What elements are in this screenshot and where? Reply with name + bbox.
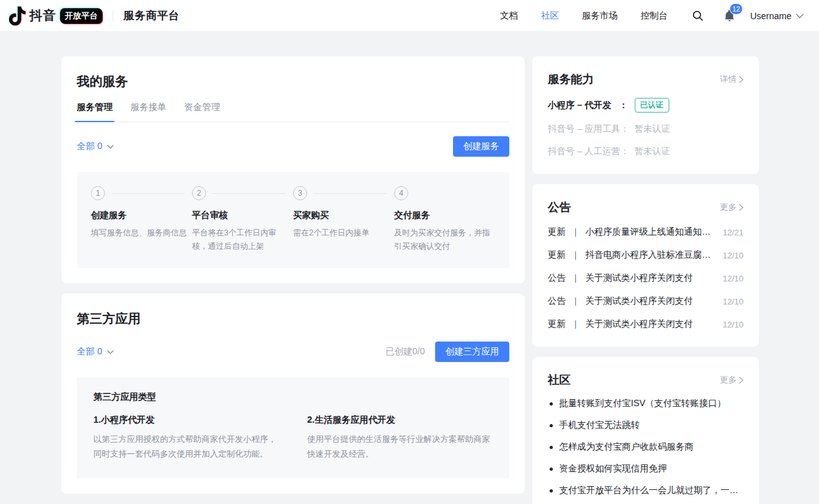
announcement-tag: 公告	[548, 272, 566, 284]
step-number: 4	[394, 186, 408, 200]
tab-funds-management[interactable]: 资金管理	[184, 102, 220, 122]
announcement-date: 12/10	[722, 320, 743, 329]
open-platform-badge: 开放平台	[60, 8, 102, 24]
nav-links: 文档 社区 服务市场 控制台	[500, 10, 667, 22]
chevron-down-icon	[107, 350, 114, 354]
details-label: 详情	[720, 74, 736, 85]
capability-row-app-tool: 抖音号 – 应用工具： 暂未认证	[548, 123, 743, 135]
announcement-date: 12/10	[722, 251, 743, 260]
step-title: 创建服务	[91, 210, 192, 221]
username-label: Username	[750, 11, 791, 21]
announcements-more-link[interactable]: 更多	[720, 201, 743, 213]
create-service-button[interactable]: 创建服务	[453, 136, 509, 157]
community-post-title: 支付宝开放平台为什么一会儿就过期了，一天要...	[559, 485, 743, 496]
community-more-link[interactable]: 更多	[720, 374, 743, 386]
step-deliver-service: 4 交付服务 及时为买家交付服务，并指引买家确认交付	[394, 186, 495, 253]
capability-colon: ：	[619, 100, 628, 111]
capability-status: 暂未认证	[635, 146, 671, 157]
announcement-tag: 更新	[548, 249, 566, 261]
step-title: 交付服务	[394, 210, 495, 221]
app-type-name: 1.小程序代开发	[93, 414, 279, 426]
step-title: 买家购买	[293, 210, 394, 221]
announcement-separator: ｜	[571, 226, 580, 238]
app-type-description: 使用平台提供的生活服务等行业解决方案帮助商家快速开发及经营。	[307, 432, 493, 462]
third-party-title: 第三方应用	[77, 310, 509, 327]
app-types-box: 第三方应用类型 1.小程序代开发 以第三方应用授权的方式帮助商家代开发小程序，同…	[77, 377, 509, 478]
community-post-item[interactable]: 支付宝开放平台为什么一会儿就过期了，一天要...	[548, 485, 743, 496]
douyin-note-icon	[9, 6, 26, 26]
brand-name: 抖音	[29, 7, 56, 24]
bullet-icon	[550, 489, 553, 492]
capability-title: 服务能力	[548, 72, 594, 87]
capability-details-link[interactable]: 详情	[720, 74, 743, 85]
community-post-title: 手机支付宝无法跳转	[559, 420, 640, 431]
capability-label: 抖音号 – 人工运营：	[548, 146, 630, 157]
step-connector	[111, 193, 184, 194]
service-capability-card: 服务能力 详情 小程序 – 代开发 ： 已认证 抖音号 – 应用工具： 暂未认证…	[532, 56, 759, 174]
announcement-title: 抖音电商小程序入驻标准豆腐即可...	[585, 249, 715, 261]
app-type-miniprogram: 1.小程序代开发 以第三方应用授权的方式帮助商家代开发小程序，同时支持一套代码多…	[93, 414, 279, 462]
community-post-title: 批量转账到支付宝ISV（支付宝转账接口）	[559, 398, 726, 409]
step-description: 平台将在3个工作日内审核，通过后自动上架	[192, 226, 293, 253]
capability-label: 小程序 – 代开发	[548, 100, 612, 111]
nav-item-console[interactable]: 控制台	[640, 10, 667, 22]
apps-filter-dropdown[interactable]: 全部 0	[77, 346, 114, 358]
my-services-title: 我的服务	[77, 73, 509, 90]
capability-row-manual-ops: 抖音号 – 人工运营： 暂未认证	[548, 146, 743, 157]
services-filter-dropdown[interactable]: 全部 0	[77, 141, 114, 152]
bullet-icon	[550, 446, 553, 449]
third-party-apps-card: 第三方应用 全部 0 已创建0/0 创建三方应用 第三方应用类型 1.小程序代开…	[61, 294, 525, 494]
community-post-item[interactable]: 手机支付宝无法跳转	[548, 420, 743, 431]
search-icon[interactable]	[692, 10, 704, 22]
create-third-party-app-button[interactable]: 创建三方应用	[435, 342, 509, 362]
community-post-title: 资金授权如何实现信用免押	[559, 463, 667, 475]
page-title: 服务商平台	[123, 8, 180, 23]
my-services-card: 我的服务 服务管理 服务接单 资金管理 全部 0 创建服务 1	[61, 56, 525, 283]
more-label: 更多	[720, 201, 736, 213]
announcement-item[interactable]: 更新 ｜ 小程序质量评级上线通知通知通知... 12/21	[548, 226, 743, 238]
chevron-right-icon	[739, 204, 743, 211]
service-steps: 1 创建服务 填写服务信息、服务商信息 2 平台审核 平台将在3个工作日内审核，…	[77, 172, 509, 268]
brand-divider	[113, 10, 113, 22]
tab-service-orders[interactable]: 服务接单	[131, 102, 166, 122]
notifications-bell-icon[interactable]: 12	[723, 9, 736, 22]
more-label: 更多	[720, 374, 736, 386]
community-card: 社区 更多 批量转账到支付宝ISV（支付宝转账接口） 手机支付宝无法跳转 怎样成…	[532, 357, 759, 504]
announcement-title: 关于测试类小程序关闭支付	[585, 319, 715, 330]
step-description: 及时为买家交付服务，并指引买家确认交付	[394, 226, 495, 253]
announcement-tag: 更新	[548, 226, 566, 238]
announcement-item[interactable]: 公告 ｜ 关于测试类小程序关闭支付 12/10	[548, 272, 743, 284]
capability-label: 抖音号 – 应用工具：	[548, 123, 630, 135]
announcement-item[interactable]: 公告 ｜ 关于测试类小程序关闭支付 12/10	[548, 295, 743, 307]
community-post-item[interactable]: 批量转账到支付宝ISV（支付宝转账接口）	[548, 398, 743, 409]
announcement-title: 关于测试类小程序关闭支付	[585, 295, 715, 307]
announcement-separator: ｜	[571, 249, 580, 261]
nav-item-service-market[interactable]: 服务市场	[582, 10, 617, 22]
user-menu[interactable]: Username	[750, 11, 804, 21]
capability-row-certified: 小程序 – 代开发 ： 已认证	[548, 98, 743, 113]
community-title: 社区	[548, 372, 571, 388]
step-number: 1	[91, 186, 105, 200]
tab-service-management[interactable]: 服务管理	[77, 102, 113, 122]
nav-item-docs[interactable]: 文档	[500, 10, 518, 22]
my-services-tabs: 服务管理 服务接单 资金管理	[77, 102, 509, 122]
announcement-title: 关于测试类小程序关闭支付	[585, 272, 715, 284]
announcements-title: 公告	[548, 200, 571, 215]
announcement-tag: 更新	[548, 319, 566, 330]
chevron-down-icon	[107, 145, 114, 149]
announcement-separator: ｜	[571, 295, 580, 307]
step-create-service: 1 创建服务 填写服务信息、服务商信息	[91, 186, 192, 253]
announcement-item[interactable]: 更新 ｜ 关于测试类小程序关闭支付 12/10	[548, 319, 743, 330]
community-post-title: 怎样成为支付宝商户收款码服务商	[559, 441, 694, 453]
announcement-tag: 公告	[548, 295, 566, 307]
step-number: 3	[293, 186, 307, 200]
created-apps-count: 已创建0/0	[386, 346, 425, 358]
community-post-item[interactable]: 怎样成为支付宝商户收款码服务商	[548, 441, 743, 453]
community-post-item[interactable]: 资金授权如何实现信用免押	[548, 463, 743, 475]
announcement-item[interactable]: 更新 ｜ 抖音电商小程序入驻标准豆腐即可... 12/10	[548, 249, 743, 261]
brand-logo[interactable]: 抖音 开放平台	[9, 6, 102, 26]
announcement-date: 12/10	[722, 297, 743, 306]
step-title: 平台审核	[192, 210, 293, 221]
notification-count-badge: 12	[729, 3, 742, 15]
nav-item-community[interactable]: 社区	[541, 10, 559, 22]
